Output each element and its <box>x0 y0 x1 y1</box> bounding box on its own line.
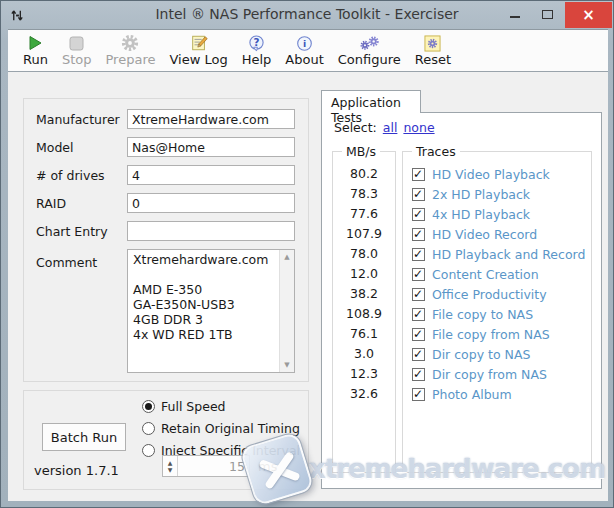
trace-checkbox[interactable] <box>412 228 425 241</box>
trace-label[interactable]: HD Video Playback <box>432 167 550 182</box>
trace-speed: 3.0 <box>333 344 395 364</box>
svg-text:?: ? <box>253 36 259 48</box>
raid-field[interactable] <box>127 193 295 213</box>
chart-entry-field[interactable] <box>127 221 295 241</box>
maximize-button[interactable] <box>533 1 561 28</box>
trace-label[interactable]: HD Video Record <box>432 227 537 242</box>
run-icon <box>27 34 43 52</box>
select-all-link[interactable]: all <box>383 120 398 135</box>
trace-label[interactable]: 2x HD Playback <box>432 187 530 202</box>
spinner-down-icon[interactable]: ▼ <box>163 466 177 473</box>
select-none-link[interactable]: none <box>403 120 434 135</box>
run-button[interactable]: Run <box>16 33 55 68</box>
trace-speed: 32.6 <box>333 384 395 404</box>
help-button[interactable]: ? Help <box>235 33 279 68</box>
about-info-icon: i <box>296 34 313 52</box>
model-field[interactable] <box>127 137 295 157</box>
trace-row: HD Video Record <box>403 224 591 244</box>
ms-unit-label: ms <box>258 459 277 474</box>
trace-checkbox[interactable] <box>412 268 425 281</box>
title-bar: Intel ® NAS Performance Toolkit - Exerci… <box>1 1 613 29</box>
client-area: Run Stop Prepare <box>8 29 608 501</box>
comment-box: Xtremehardware.com AMD E-350 GA-E350N-US… <box>127 249 295 373</box>
radio-circle[interactable] <box>142 422 155 435</box>
tab-application-tests[interactable]: Application Tests <box>321 90 421 113</box>
run-options-groupbox: Batch Run Full Speed Retain Original Tim… <box>23 390 309 490</box>
raid-label: RAID <box>36 196 66 211</box>
scroll-down-icon[interactable]: ▼ <box>280 361 294 369</box>
trace-checkbox[interactable] <box>412 188 425 201</box>
comment-scrollbar[interactable]: ▲ ▼ <box>279 250 294 372</box>
trace-speed: 80.2 <box>333 164 395 184</box>
drives-field[interactable] <box>127 165 295 185</box>
radio-circle[interactable] <box>142 444 155 457</box>
view-log-button[interactable]: View Log <box>162 33 234 68</box>
trace-label[interactable]: Dir copy from NAS <box>432 367 547 382</box>
batch-run-button[interactable]: Batch Run <box>42 423 126 451</box>
manufacturer-field[interactable] <box>127 109 295 129</box>
close-button[interactable]: × <box>565 2 612 28</box>
configure-gears-icon <box>359 34 379 52</box>
trace-label[interactable]: Photo Album <box>432 387 512 402</box>
trace-label[interactable]: File copy from NAS <box>432 327 550 342</box>
exerciser-window: Intel ® NAS Performance Toolkit - Exerci… <box>0 0 614 508</box>
trace-row: Dir copy to NAS <box>403 344 591 364</box>
trace-label[interactable]: Office Productivity <box>432 287 547 302</box>
trace-checkbox[interactable] <box>412 328 425 341</box>
trace-checkbox[interactable] <box>412 168 425 181</box>
scroll-up-icon[interactable]: ▲ <box>280 253 294 261</box>
spinner-up-icon[interactable]: ▲ <box>163 459 177 466</box>
trace-row: File copy to NAS <box>403 304 591 324</box>
radio-retain-timing[interactable]: Retain Original Timing <box>142 420 300 437</box>
comment-field[interactable]: Xtremehardware.com AMD E-350 GA-E350N-US… <box>128 250 279 372</box>
prepare-button[interactable]: Prepare <box>99 33 163 68</box>
radio-circle[interactable] <box>142 400 155 413</box>
minimize-button[interactable] <box>501 1 529 28</box>
trace-speed: 12.0 <box>333 264 395 284</box>
trace-speed: 78.3 <box>333 184 395 204</box>
comment-label: Comment <box>36 255 97 270</box>
trace-checkbox[interactable] <box>412 248 425 261</box>
trace-label[interactable]: HD Playback and Record <box>432 247 585 262</box>
svg-text:i: i <box>303 38 306 49</box>
trace-checkbox[interactable] <box>412 388 425 401</box>
toolbar: Run Stop Prepare <box>8 30 608 72</box>
view-log-notepad-icon <box>190 34 208 52</box>
trace-checkbox[interactable] <box>412 308 425 321</box>
trace-speed: 38.2 <box>333 284 395 304</box>
version-label: version 1.7.1 <box>34 463 119 478</box>
trace-label[interactable]: Content Creation <box>432 267 539 282</box>
interval-value-field[interactable] <box>179 456 249 476</box>
trace-checkbox[interactable] <box>412 348 425 361</box>
about-button[interactable]: i About <box>278 33 330 68</box>
radio-full-speed[interactable]: Full Speed <box>142 398 226 415</box>
trace-label[interactable]: 4x HD Playback <box>432 207 530 222</box>
trace-checkbox[interactable] <box>412 288 425 301</box>
interval-spinner[interactable]: ▲ ▼ <box>162 455 250 477</box>
application-tests-panel: Select:allnone MB/s 80.2 78.3 77.6 107.9… <box>321 112 602 489</box>
prepare-gear-icon <box>121 34 139 52</box>
trace-speed: 12.3 <box>333 364 395 384</box>
chart-entry-label: Chart Entry <box>36 224 108 239</box>
configure-button[interactable]: Configure <box>331 33 408 68</box>
trace-label[interactable]: File copy to NAS <box>432 307 533 322</box>
traces-column: Traces HD Video Playback 2x HD Playback … <box>402 151 592 473</box>
trace-checkbox[interactable] <box>412 368 425 381</box>
traces-column-header: Traces <box>412 144 460 159</box>
trace-speed: 107.9 <box>333 224 395 244</box>
spinner-arrows[interactable]: ▲ ▼ <box>163 456 178 476</box>
help-question-icon: ? <box>248 34 265 52</box>
trace-row: HD Video Playback <box>403 164 591 184</box>
stop-button[interactable]: Stop <box>55 33 99 68</box>
trace-label[interactable]: Dir copy to NAS <box>432 347 530 362</box>
trace-row: File copy from NAS <box>403 324 591 344</box>
trace-row: 2x HD Playback <box>403 184 591 204</box>
trace-speed: 108.9 <box>333 304 395 324</box>
trace-row: Content Creation <box>403 264 591 284</box>
drives-label: # of drives <box>36 168 105 183</box>
trace-row: Photo Album <box>403 384 591 404</box>
trace-checkbox[interactable] <box>412 208 425 221</box>
reset-button[interactable]: Reset <box>408 33 458 68</box>
trace-row: 4x HD Playback <box>403 204 591 224</box>
mbps-column-header: MB/s <box>342 144 380 159</box>
